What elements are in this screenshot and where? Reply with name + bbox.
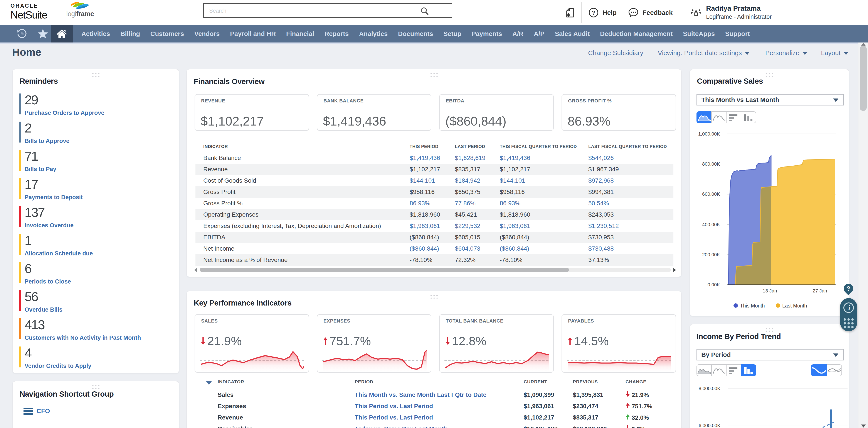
svg-text:?: ? bbox=[592, 9, 595, 16]
svg-text:i: i bbox=[848, 304, 850, 312]
